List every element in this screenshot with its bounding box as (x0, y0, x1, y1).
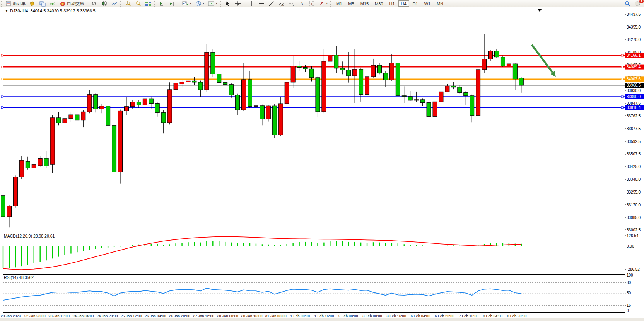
time-tick-label: 30 Jan 00:00 (217, 314, 238, 318)
zoom-out-button[interactable] (133, 0, 143, 7)
line-chart-button[interactable] (109, 0, 120, 7)
add-indicator-button[interactable]: ▾ (180, 0, 193, 7)
timeframe-h1-button[interactable]: H1 (386, 0, 397, 7)
tile-windows-button[interactable] (143, 0, 153, 7)
chevron-down-icon[interactable]: ▾ (203, 2, 205, 5)
crosshair-button[interactable] (233, 0, 243, 7)
candle (161, 113, 166, 123)
candle (470, 96, 474, 116)
candle (464, 93, 468, 96)
time-tick-label: 8 Feb 20:00 (507, 314, 527, 318)
text-label-button[interactable]: T (307, 0, 317, 7)
toolbar-separator (178, 1, 179, 7)
candle (143, 99, 147, 105)
candle (347, 70, 351, 76)
timeframe-mn-button[interactable]: MN (434, 0, 446, 7)
zoom-in-button[interactable] (123, 0, 133, 7)
auto-scroll-button[interactable] (157, 0, 167, 7)
order-ticket-icon (5, 1, 12, 7)
horizontal-line-button[interactable] (256, 0, 266, 7)
timeframe-d1-button[interactable]: D1 (410, 0, 421, 7)
arrows-button[interactable]: ▾ (317, 0, 330, 7)
timeframe-m1-button[interactable]: M1 (333, 0, 345, 7)
signals-button[interactable] (48, 0, 58, 7)
templates-button[interactable]: ▾ (206, 0, 219, 7)
shift-indent-icon (169, 1, 175, 7)
candle (476, 70, 480, 116)
toolbar-separator (244, 1, 246, 7)
price-tick-label: 33507.5 (627, 152, 641, 156)
cursor-icon (225, 1, 231, 7)
timeframe-w1-button[interactable]: W1 (422, 0, 434, 7)
time-tick-label: 2 Feb 08:00 (338, 314, 358, 318)
line-anchor-left[interactable] (1, 78, 3, 80)
candle (495, 51, 499, 57)
cursor-button[interactable] (223, 0, 233, 7)
candle (513, 64, 517, 79)
timeframe-h4-button[interactable]: H4 (398, 0, 409, 7)
timeframe-m30-button[interactable]: M30 (372, 0, 386, 7)
time-tick-label: 1 Feb 00:00 (290, 314, 310, 318)
arrows-tool-icon (319, 1, 325, 7)
candle (32, 164, 36, 168)
rsi-pane-label: RSI(14) 48.3562 (4, 275, 34, 280)
mql-community-button[interactable] (27, 0, 38, 7)
time-tick-label: 7 Feb 12:00 (459, 314, 478, 318)
new-order-button[interactable]: 新订单 (3, 0, 27, 7)
charts-window-button[interactable] (38, 0, 48, 7)
periods-button[interactable]: ▾ (193, 0, 207, 7)
candle (112, 125, 116, 172)
candle (501, 57, 505, 66)
candle (137, 102, 141, 105)
candle (100, 106, 104, 109)
text-icon: A (299, 1, 305, 7)
symbol-dropdown-icon[interactable]: ▼ (5, 9, 8, 13)
line-anchor-right[interactable] (621, 54, 623, 56)
chevron-down-icon[interactable]: ▾ (190, 2, 191, 5)
candle (118, 111, 123, 172)
timeframe-m5-button[interactable]: M5 (345, 0, 357, 7)
chevron-down-icon[interactable]: ▾ (326, 2, 328, 5)
svg-text:0.00: 0.00 (627, 244, 634, 248)
candle (303, 67, 307, 69)
periods-clock-icon (195, 1, 202, 7)
news-notification-button[interactable]: 1 (632, 0, 642, 7)
macd-pane-label: MACD(12,26,9) 28.98 20.61 (4, 234, 55, 238)
price-tick-label: 33002.5 (627, 228, 641, 232)
time-tick-label: 6 Feb 20:00 (435, 314, 454, 318)
line-anchor-right[interactable] (621, 78, 623, 80)
line-anchor-left[interactable] (1, 96, 3, 98)
time-tick-label: 30 Jan 16:00 (241, 314, 263, 318)
trend-line-button[interactable] (266, 0, 277, 7)
svg-text:15: 15 (627, 303, 631, 307)
fibonacci-button[interactable]: F (287, 0, 297, 7)
price-tick-label: 34270.0 (627, 37, 641, 42)
chart-shift-button[interactable] (167, 0, 177, 7)
search-button[interactable] (622, 0, 632, 7)
time-tick-label: 31 Jan 08:00 (265, 314, 287, 318)
line-anchor-left[interactable] (1, 54, 3, 56)
line-anchor-right[interactable] (621, 107, 623, 109)
shift-end-icon (159, 1, 165, 7)
channel-button[interactable]: E (277, 0, 287, 7)
timeframe-m15-button[interactable]: M15 (358, 0, 371, 7)
vertical-line-button[interactable] (246, 0, 256, 7)
time-tick-label: 25 Jan 12:00 (121, 314, 142, 318)
chevron-down-icon[interactable]: ▾ (216, 2, 217, 5)
text-label-icon: T (309, 1, 315, 7)
candle (248, 80, 252, 106)
line-anchor-left[interactable] (1, 66, 3, 68)
candle (217, 74, 221, 83)
time-tick-label: 24 Jan 04:00 (72, 314, 94, 318)
line-anchor-right[interactable] (621, 96, 623, 98)
line-anchor-right[interactable] (621, 66, 623, 68)
chart-area[interactable]: 34437.534355.034270.034185.034102.534020… (0, 0, 644, 321)
line-chart-icon (111, 1, 118, 7)
auto-trading-button[interactable]: 自动交易 (58, 0, 86, 7)
candle (106, 106, 110, 126)
bars-chart-button[interactable] (89, 0, 99, 7)
candles-chart-button[interactable] (99, 0, 109, 7)
line-anchor-left[interactable] (1, 107, 3, 109)
text-button[interactable]: A (297, 0, 307, 7)
candle (402, 96, 406, 97)
